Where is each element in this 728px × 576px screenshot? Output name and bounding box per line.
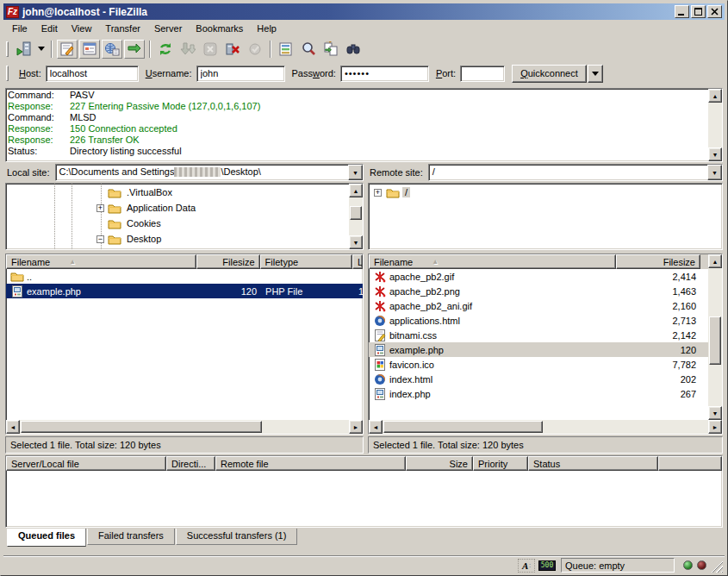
file-row[interactable]: index.php267 [369, 386, 708, 401]
file-row[interactable]: favicon.ico7,782 [369, 357, 708, 372]
maximize-button[interactable] [691, 5, 706, 18]
datatype-indicator-icon[interactable]: A∶ [518, 559, 535, 573]
file-row[interactable]: index.html202 [369, 372, 708, 386]
menu-bookmarks[interactable]: Bookmarks [189, 22, 250, 35]
toggle-remote-tree-icon[interactable] [102, 40, 122, 59]
folder-icon [108, 233, 121, 245]
local-path-dropdown[interactable]: ▼ [348, 165, 363, 180]
menu-transfer[interactable]: Transfer [98, 22, 147, 35]
scroll-down-icon[interactable]: ▼ [708, 147, 722, 161]
column-header[interactable]: L [352, 254, 363, 269]
tree-item[interactable]: +Application Data [6, 200, 349, 216]
column-header[interactable] [658, 456, 722, 471]
column-header[interactable]: Filename▲ [369, 254, 616, 269]
menu-server[interactable]: Server [147, 22, 189, 35]
quickbar-grip[interactable] [6, 66, 9, 81]
expand-icon[interactable]: + [374, 189, 382, 197]
password-input[interactable] [340, 66, 429, 82]
php-icon [10, 285, 24, 297]
tree-item[interactable]: .VirtualBox [6, 185, 349, 200]
scroll-up-icon[interactable]: ▲ [349, 184, 363, 197]
column-header[interactable]: Filesize [616, 254, 700, 269]
scroll-thumb[interactable] [709, 316, 721, 365]
scroll-right-icon[interactable]: ► [708, 420, 722, 434]
site-manager-icon[interactable] [13, 40, 34, 59]
clear-queue-icon[interactable] [245, 40, 265, 59]
column-header[interactable]: Remote file [215, 456, 406, 471]
process-queue-icon[interactable] [177, 40, 198, 59]
column-header[interactable]: Status [528, 456, 658, 471]
toggle-transfer-queue-icon[interactable] [124, 40, 145, 59]
file-row[interactable]: bitnami.css2,142 [369, 328, 708, 342]
column-header[interactable]: Size [406, 456, 473, 471]
remote-path-combo[interactable]: / ▼ [428, 164, 723, 181]
local-hscrollbar[interactable]: ◄ ► [6, 420, 363, 434]
local-path-combo[interactable]: C:\Documents and Settings\Desktop\ ▼ [55, 164, 364, 181]
toolbar-grip[interactable] [6, 41, 9, 57]
synchronized-browsing-icon[interactable] [320, 40, 341, 59]
scroll-right-icon[interactable]: ► [349, 420, 363, 434]
tree-item[interactable]: −Desktop [6, 231, 349, 247]
menu-help[interactable]: Help [250, 22, 283, 35]
directory-comparison-icon[interactable] [298, 40, 319, 59]
scroll-left-icon[interactable]: ◄ [369, 420, 383, 434]
remote-list-vscrollbar[interactable]: ▲ ▼ [708, 254, 722, 420]
column-header[interactable]: Filename▲ [6, 254, 196, 269]
remote-hscrollbar[interactable]: ◄ ► [369, 420, 722, 434]
menu-edit[interactable]: Edit [34, 22, 65, 35]
collapse-icon[interactable]: − [96, 235, 104, 243]
speed-limit-icon[interactable]: 500 [538, 560, 556, 571]
scroll-up-icon[interactable]: ▲ [708, 89, 722, 103]
scroll-down-icon[interactable]: ▼ [708, 406, 722, 420]
column-header[interactable]: Directi... [166, 456, 215, 471]
scroll-down-icon[interactable]: ▼ [349, 235, 363, 249]
menu-view[interactable]: View [65, 22, 99, 35]
port-input[interactable] [460, 66, 505, 82]
scroll-thumb[interactable] [350, 206, 362, 220]
file-row[interactable]: applications.html2,713 [369, 313, 708, 328]
local-tree-vscrollbar[interactable]: ▲ ▼ [349, 184, 363, 249]
scroll-thumb[interactable] [383, 421, 543, 433]
transfer-queue: Server/Local fileDirecti...Remote fileSi… [3, 454, 725, 554]
log-vscrollbar[interactable]: ▲ ▼ [708, 89, 722, 161]
toggle-message-log-icon[interactable] [57, 40, 78, 59]
cancel-operation-icon[interactable] [200, 40, 221, 59]
host-input[interactable] [46, 66, 139, 82]
scroll-left-icon[interactable]: ◄ [6, 420, 20, 434]
tree-item[interactable]: Cookies [6, 216, 349, 231]
column-header[interactable]: Filesize [196, 254, 259, 269]
column-header[interactable]: Filetype [260, 254, 352, 269]
tab-queued-files[interactable]: Queued files [7, 529, 86, 547]
username-input[interactable] [196, 66, 285, 82]
minimize-button[interactable] [675, 5, 689, 18]
resize-grip[interactable] [711, 560, 723, 573]
scroll-up-icon[interactable]: ▲ [708, 254, 722, 268]
menubar: FileEditViewTransferServerBookmarksHelp [3, 20, 725, 37]
file-row[interactable]: example.php120PHP File1 [6, 284, 363, 298]
disconnect-icon[interactable] [222, 40, 243, 59]
toggle-local-tree-icon[interactable] [79, 40, 100, 59]
column-header[interactable]: Server/Local file [6, 456, 166, 471]
file-row[interactable]: apache_pb2.png1,463 [369, 284, 708, 298]
filename-filters-icon[interactable] [276, 40, 296, 59]
file-row[interactable]: .. [6, 269, 363, 284]
file-row[interactable]: apache_pb2_ani.gif2,160 [369, 298, 708, 313]
tab-successful-transfers-1[interactable]: Successful transfers (1) [176, 529, 298, 545]
scroll-thumb[interactable] [21, 421, 262, 433]
tree-item[interactable]: +/ [369, 185, 722, 200]
tab-failed-transfers[interactable]: Failed transfers [87, 529, 175, 545]
file-row[interactable]: apache_pb2.gif2,414 [369, 269, 708, 284]
file-row[interactable]: example.php120 [369, 342, 708, 357]
local-tree: .VirtualBox+Application DataCookies−Desk… [5, 183, 364, 250]
find-files-icon[interactable] [343, 40, 364, 59]
close-button[interactable] [707, 5, 722, 18]
log-line: Status:Directory listing successful [8, 146, 706, 157]
menu-file[interactable]: File [5, 22, 34, 35]
quickconnect-dropdown[interactable] [588, 65, 603, 83]
remote-path-dropdown[interactable]: ▼ [707, 165, 722, 180]
column-header[interactable]: Priority [473, 456, 528, 471]
expand-icon[interactable]: + [96, 204, 104, 212]
site-manager-dropdown-icon[interactable] [35, 40, 47, 59]
refresh-icon[interactable] [155, 40, 176, 59]
quickconnect-button[interactable]: Quickconnect [512, 65, 587, 83]
